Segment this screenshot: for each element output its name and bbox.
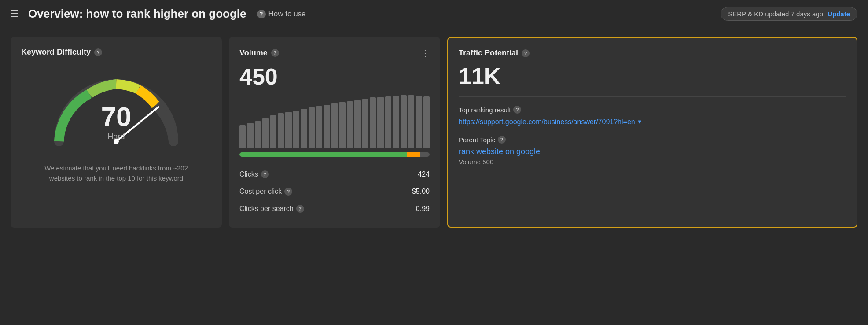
serp-update-badge: SERP & KD updated 7 days ago. Update	[721, 7, 857, 21]
bar	[393, 96, 399, 148]
bar	[316, 106, 322, 148]
bar	[377, 97, 383, 148]
cps-row: Clicks per search ? 0.99	[239, 200, 430, 217]
volume-header-left: Volume ?	[239, 48, 279, 58]
bar	[324, 105, 330, 148]
bar	[262, 118, 268, 148]
volume-card-header: Volume ? ⋮	[239, 48, 430, 58]
tp-help-icon[interactable]: ?	[522, 49, 530, 57]
clicks-row: Clicks ? 424	[239, 166, 430, 183]
top-ranking-help-icon[interactable]: ?	[513, 106, 521, 114]
keyword-difficulty-card: Keyword Difficulty ?	[11, 37, 222, 228]
bar	[385, 96, 391, 148]
clicks-help-icon[interactable]: ?	[261, 170, 269, 178]
cpc-help-icon[interactable]: ?	[284, 188, 292, 196]
volume-more-icon[interactable]: ⋮	[421, 48, 430, 58]
gauge-center: 70 Hard	[101, 103, 132, 141]
tp-value: 11K	[459, 63, 846, 97]
bar	[370, 97, 376, 148]
cpc-label: Cost per click ?	[239, 188, 292, 196]
gauge-container: 70 Hard	[46, 66, 187, 155]
parent-topic-label-row: Parent Topic ?	[459, 136, 846, 144]
parent-topic-link[interactable]: rank website on google	[459, 147, 846, 156]
volume-help-icon[interactable]: ?	[271, 49, 279, 57]
how-to-use-question-icon: ?	[257, 10, 266, 18]
volume-value: 450	[239, 63, 430, 90]
traffic-potential-card: Traffic Potential ? 11K Top ranking resu…	[447, 37, 857, 228]
update-link[interactable]: Update	[828, 10, 850, 18]
kd-description: We estimate that you'll need backlinks f…	[33, 163, 200, 183]
bar	[339, 102, 345, 148]
bar	[278, 113, 284, 148]
cps-value: 0.99	[416, 205, 430, 213]
kd-label: Hard	[101, 132, 132, 141]
top-ranking-label: Top ranking result ?	[459, 106, 846, 114]
cps-help-icon[interactable]: ?	[296, 205, 304, 213]
bar	[285, 112, 291, 148]
main-content: Keyword Difficulty ?	[0, 28, 868, 236]
ranking-url-text: https://support.google.com/business/answ…	[459, 117, 635, 127]
bar	[293, 111, 299, 148]
progress-bar-orange	[407, 152, 420, 157]
bar	[270, 115, 276, 148]
top-ranking-section: Top ranking result ? https://support.goo…	[459, 106, 846, 127]
cpc-value: $5.00	[412, 188, 430, 196]
tp-title: Traffic Potential	[459, 48, 518, 58]
volume-title: Volume	[239, 48, 268, 58]
volume-card: Volume ? ⋮ 450 Clicks ? 424 Cost per cli…	[229, 37, 440, 228]
kd-value: 70	[101, 103, 132, 130]
kd-help-icon[interactable]: ?	[94, 48, 102, 56]
header: ☰ Overview: how to rank higher on google…	[0, 0, 868, 28]
menu-icon[interactable]: ☰	[11, 8, 19, 20]
ranking-url-dropdown-icon[interactable]: ▼	[637, 118, 643, 126]
kd-card-header: Keyword Difficulty ?	[21, 48, 211, 57]
volume-bar-chart	[239, 95, 430, 148]
parent-topic-help-icon[interactable]: ?	[498, 136, 506, 144]
bar	[239, 125, 246, 148]
serp-badge-text: SERP & KD updated 7 days ago.	[728, 10, 825, 18]
how-to-use-label: How to use	[268, 10, 306, 18]
volume-progress-bar	[239, 152, 430, 157]
bar	[301, 109, 307, 148]
clicks-label: Clicks ?	[239, 170, 269, 178]
how-to-use-button[interactable]: ? How to use	[254, 8, 309, 20]
kd-title: Keyword Difficulty	[21, 48, 91, 57]
cps-label: Clicks per search ?	[239, 205, 304, 213]
bar	[401, 95, 407, 148]
bar	[354, 100, 360, 148]
parent-topic-volume: Volume 500	[459, 158, 846, 166]
bar	[362, 99, 368, 148]
bar	[423, 96, 430, 148]
progress-bar-green	[239, 152, 407, 157]
tp-card-header: Traffic Potential ?	[459, 48, 846, 58]
cpc-row: Cost per click ? $5.00	[239, 183, 430, 200]
parent-topic-section: Parent Topic ? rank website on google Vo…	[459, 136, 846, 166]
bar	[309, 107, 315, 148]
bar	[416, 96, 422, 148]
bar	[408, 95, 414, 148]
bar	[255, 121, 261, 148]
bar	[347, 101, 353, 148]
clicks-value: 424	[418, 170, 430, 178]
ranking-url-link[interactable]: https://support.google.com/business/answ…	[459, 117, 846, 127]
page-title: Overview: how to rank higher on google	[28, 7, 246, 21]
bar	[247, 123, 253, 148]
bar	[331, 103, 338, 148]
